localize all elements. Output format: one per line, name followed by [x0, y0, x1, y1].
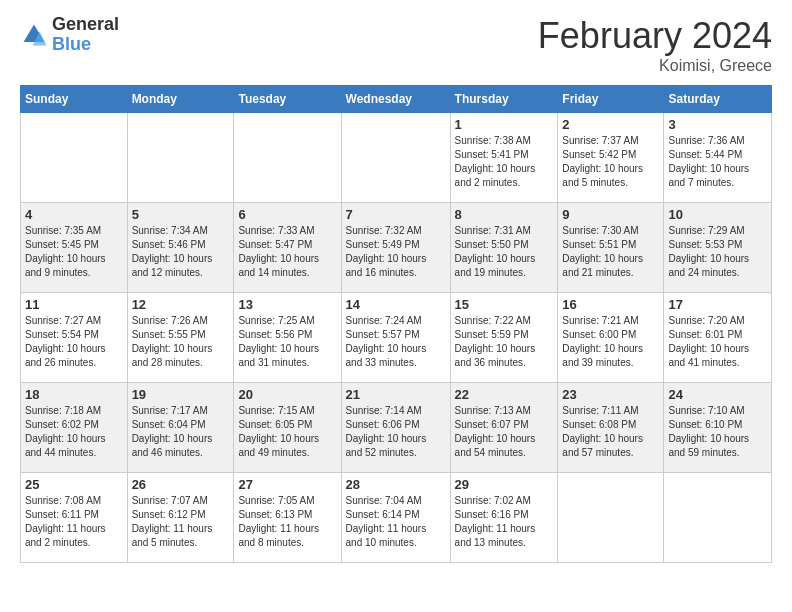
day-number: 8: [455, 207, 554, 222]
calendar-cell: 29Sunrise: 7:02 AM Sunset: 6:16 PM Dayli…: [450, 473, 558, 563]
day-info: Sunrise: 7:17 AM Sunset: 6:04 PM Dayligh…: [132, 404, 230, 460]
day-info: Sunrise: 7:22 AM Sunset: 5:59 PM Dayligh…: [455, 314, 554, 370]
day-number: 9: [562, 207, 659, 222]
day-info: Sunrise: 7:29 AM Sunset: 5:53 PM Dayligh…: [668, 224, 767, 280]
logo-text: General Blue: [52, 15, 119, 55]
calendar-cell: 3Sunrise: 7:36 AM Sunset: 5:44 PM Daylig…: [664, 113, 772, 203]
calendar-cell: [234, 113, 341, 203]
calendar-cell: [21, 113, 128, 203]
calendar-week-3: 18Sunrise: 7:18 AM Sunset: 6:02 PM Dayli…: [21, 383, 772, 473]
day-number: 12: [132, 297, 230, 312]
day-number: 24: [668, 387, 767, 402]
day-info: Sunrise: 7:32 AM Sunset: 5:49 PM Dayligh…: [346, 224, 446, 280]
calendar-cell: 22Sunrise: 7:13 AM Sunset: 6:07 PM Dayli…: [450, 383, 558, 473]
title-block: February 2024 Koimisi, Greece: [538, 15, 772, 75]
calendar-cell: 12Sunrise: 7:26 AM Sunset: 5:55 PM Dayli…: [127, 293, 234, 383]
calendar-cell: 2Sunrise: 7:37 AM Sunset: 5:42 PM Daylig…: [558, 113, 664, 203]
calendar-cell: 13Sunrise: 7:25 AM Sunset: 5:56 PM Dayli…: [234, 293, 341, 383]
logo-blue-text: Blue: [52, 35, 119, 55]
day-info: Sunrise: 7:04 AM Sunset: 6:14 PM Dayligh…: [346, 494, 446, 550]
day-number: 19: [132, 387, 230, 402]
calendar-week-4: 25Sunrise: 7:08 AM Sunset: 6:11 PM Dayli…: [21, 473, 772, 563]
day-info: Sunrise: 7:13 AM Sunset: 6:07 PM Dayligh…: [455, 404, 554, 460]
header: General Blue February 2024 Koimisi, Gree…: [20, 15, 772, 75]
day-info: Sunrise: 7:36 AM Sunset: 5:44 PM Dayligh…: [668, 134, 767, 190]
calendar-cell: 8Sunrise: 7:31 AM Sunset: 5:50 PM Daylig…: [450, 203, 558, 293]
location: Koimisi, Greece: [538, 57, 772, 75]
day-number: 28: [346, 477, 446, 492]
calendar-cell: 9Sunrise: 7:30 AM Sunset: 5:51 PM Daylig…: [558, 203, 664, 293]
calendar-week-2: 11Sunrise: 7:27 AM Sunset: 5:54 PM Dayli…: [21, 293, 772, 383]
day-info: Sunrise: 7:25 AM Sunset: 5:56 PM Dayligh…: [238, 314, 336, 370]
day-number: 26: [132, 477, 230, 492]
day-info: Sunrise: 7:18 AM Sunset: 6:02 PM Dayligh…: [25, 404, 123, 460]
calendar-cell: 26Sunrise: 7:07 AM Sunset: 6:12 PM Dayli…: [127, 473, 234, 563]
header-row: SundayMondayTuesdayWednesdayThursdayFrid…: [21, 86, 772, 113]
day-info: Sunrise: 7:33 AM Sunset: 5:47 PM Dayligh…: [238, 224, 336, 280]
header-cell-tuesday: Tuesday: [234, 86, 341, 113]
day-number: 1: [455, 117, 554, 132]
day-number: 17: [668, 297, 767, 312]
day-info: Sunrise: 7:35 AM Sunset: 5:45 PM Dayligh…: [25, 224, 123, 280]
calendar-header: SundayMondayTuesdayWednesdayThursdayFrid…: [21, 86, 772, 113]
header-cell-friday: Friday: [558, 86, 664, 113]
day-info: Sunrise: 7:37 AM Sunset: 5:42 PM Dayligh…: [562, 134, 659, 190]
calendar-cell: 23Sunrise: 7:11 AM Sunset: 6:08 PM Dayli…: [558, 383, 664, 473]
day-info: Sunrise: 7:26 AM Sunset: 5:55 PM Dayligh…: [132, 314, 230, 370]
day-info: Sunrise: 7:11 AM Sunset: 6:08 PM Dayligh…: [562, 404, 659, 460]
day-number: 10: [668, 207, 767, 222]
day-number: 11: [25, 297, 123, 312]
day-info: Sunrise: 7:05 AM Sunset: 6:13 PM Dayligh…: [238, 494, 336, 550]
calendar-cell: 17Sunrise: 7:20 AM Sunset: 6:01 PM Dayli…: [664, 293, 772, 383]
day-number: 13: [238, 297, 336, 312]
calendar-cell: 15Sunrise: 7:22 AM Sunset: 5:59 PM Dayli…: [450, 293, 558, 383]
header-cell-sunday: Sunday: [21, 86, 128, 113]
calendar-week-1: 4Sunrise: 7:35 AM Sunset: 5:45 PM Daylig…: [21, 203, 772, 293]
calendar-cell: [664, 473, 772, 563]
calendar-cell: 6Sunrise: 7:33 AM Sunset: 5:47 PM Daylig…: [234, 203, 341, 293]
day-number: 27: [238, 477, 336, 492]
day-number: 3: [668, 117, 767, 132]
calendar-cell: 24Sunrise: 7:10 AM Sunset: 6:10 PM Dayli…: [664, 383, 772, 473]
day-info: Sunrise: 7:15 AM Sunset: 6:05 PM Dayligh…: [238, 404, 336, 460]
day-info: Sunrise: 7:10 AM Sunset: 6:10 PM Dayligh…: [668, 404, 767, 460]
day-number: 15: [455, 297, 554, 312]
day-number: 29: [455, 477, 554, 492]
day-number: 18: [25, 387, 123, 402]
calendar-cell: 1Sunrise: 7:38 AM Sunset: 5:41 PM Daylig…: [450, 113, 558, 203]
day-number: 6: [238, 207, 336, 222]
page-container: General Blue February 2024 Koimisi, Gree…: [0, 0, 792, 578]
header-cell-thursday: Thursday: [450, 86, 558, 113]
day-info: Sunrise: 7:14 AM Sunset: 6:06 PM Dayligh…: [346, 404, 446, 460]
day-info: Sunrise: 7:31 AM Sunset: 5:50 PM Dayligh…: [455, 224, 554, 280]
day-info: Sunrise: 7:24 AM Sunset: 5:57 PM Dayligh…: [346, 314, 446, 370]
calendar-cell: 28Sunrise: 7:04 AM Sunset: 6:14 PM Dayli…: [341, 473, 450, 563]
calendar-cell: 27Sunrise: 7:05 AM Sunset: 6:13 PM Dayli…: [234, 473, 341, 563]
day-info: Sunrise: 7:02 AM Sunset: 6:16 PM Dayligh…: [455, 494, 554, 550]
day-info: Sunrise: 7:07 AM Sunset: 6:12 PM Dayligh…: [132, 494, 230, 550]
day-info: Sunrise: 7:27 AM Sunset: 5:54 PM Dayligh…: [25, 314, 123, 370]
day-number: 16: [562, 297, 659, 312]
day-info: Sunrise: 7:21 AM Sunset: 6:00 PM Dayligh…: [562, 314, 659, 370]
day-info: Sunrise: 7:34 AM Sunset: 5:46 PM Dayligh…: [132, 224, 230, 280]
day-info: Sunrise: 7:30 AM Sunset: 5:51 PM Dayligh…: [562, 224, 659, 280]
calendar-cell: 25Sunrise: 7:08 AM Sunset: 6:11 PM Dayli…: [21, 473, 128, 563]
calendar-cell: [558, 473, 664, 563]
calendar-body: 1Sunrise: 7:38 AM Sunset: 5:41 PM Daylig…: [21, 113, 772, 563]
calendar-cell: 19Sunrise: 7:17 AM Sunset: 6:04 PM Dayli…: [127, 383, 234, 473]
day-number: 20: [238, 387, 336, 402]
header-cell-monday: Monday: [127, 86, 234, 113]
calendar-cell: 4Sunrise: 7:35 AM Sunset: 5:45 PM Daylig…: [21, 203, 128, 293]
calendar-cell: 16Sunrise: 7:21 AM Sunset: 6:00 PM Dayli…: [558, 293, 664, 383]
calendar-cell: 7Sunrise: 7:32 AM Sunset: 5:49 PM Daylig…: [341, 203, 450, 293]
calendar-cell: [341, 113, 450, 203]
calendar-cell: 14Sunrise: 7:24 AM Sunset: 5:57 PM Dayli…: [341, 293, 450, 383]
day-number: 23: [562, 387, 659, 402]
day-number: 21: [346, 387, 446, 402]
calendar-week-0: 1Sunrise: 7:38 AM Sunset: 5:41 PM Daylig…: [21, 113, 772, 203]
day-info: Sunrise: 7:08 AM Sunset: 6:11 PM Dayligh…: [25, 494, 123, 550]
logo-icon: [20, 21, 48, 49]
calendar-cell: 20Sunrise: 7:15 AM Sunset: 6:05 PM Dayli…: [234, 383, 341, 473]
calendar-cell: 18Sunrise: 7:18 AM Sunset: 6:02 PM Dayli…: [21, 383, 128, 473]
header-cell-saturday: Saturday: [664, 86, 772, 113]
